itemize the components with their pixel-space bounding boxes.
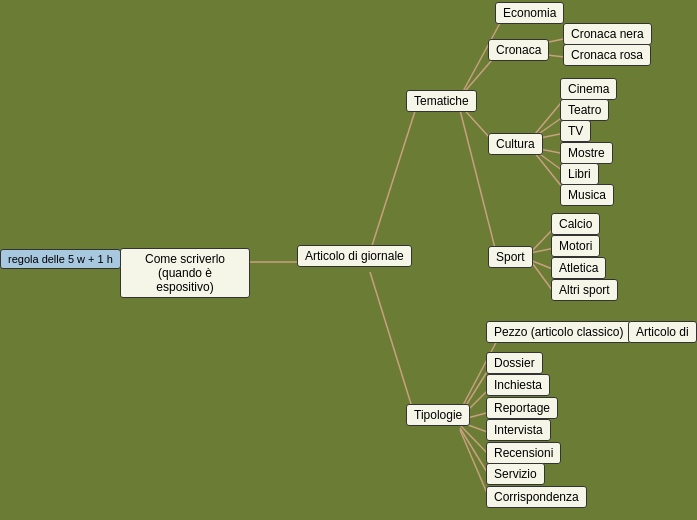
tematiche-node: Tematiche: [406, 90, 477, 112]
articolo-di-giornale-node: Articolo di giornale: [297, 245, 412, 267]
mostre-node: Mostre: [560, 142, 613, 164]
corrispondenza-node: Corrispondenza: [486, 486, 587, 508]
cultura-node: Cultura: [488, 133, 543, 155]
musica-node: Musica: [560, 184, 614, 206]
teatro-node: Teatro: [560, 99, 609, 121]
cinema-node: Cinema: [560, 78, 617, 100]
intervista-node: Intervista: [486, 419, 551, 441]
sport-node: Sport: [488, 246, 533, 268]
regola-node: regola delle 5 w + 1 h: [0, 249, 121, 269]
cronaca-node: Cronaca: [488, 39, 549, 61]
cronaca-nera-node: Cronaca nera: [563, 23, 652, 45]
recensioni-node: Recensioni: [486, 442, 561, 464]
economia-node: Economia: [495, 2, 564, 24]
inchiesta-node: Inchiesta: [486, 374, 550, 396]
pezzo-node: Pezzo (articolo classico): [486, 321, 631, 343]
libri-node: Libri: [560, 163, 599, 185]
tv-node: TV: [560, 120, 591, 142]
servizio-node: Servizio: [486, 463, 545, 485]
svg-line-2: [370, 108, 416, 252]
dossier-node: Dossier: [486, 352, 543, 374]
atletica-node: Atletica: [551, 257, 606, 279]
cronaca-rosa-node: Cronaca rosa: [563, 44, 651, 66]
motori-node: Motori: [551, 235, 600, 257]
tipologie-node: Tipologie: [406, 404, 470, 426]
reportage-node: Reportage: [486, 397, 558, 419]
altri-sport-node: Altri sport: [551, 279, 618, 301]
come-scriverlo-node: Come scriverlo (quando è espositivo): [120, 248, 250, 298]
articolo-di-node: Articolo di: [628, 321, 697, 343]
svg-line-3: [370, 272, 416, 420]
calcio-node: Calcio: [551, 213, 600, 235]
